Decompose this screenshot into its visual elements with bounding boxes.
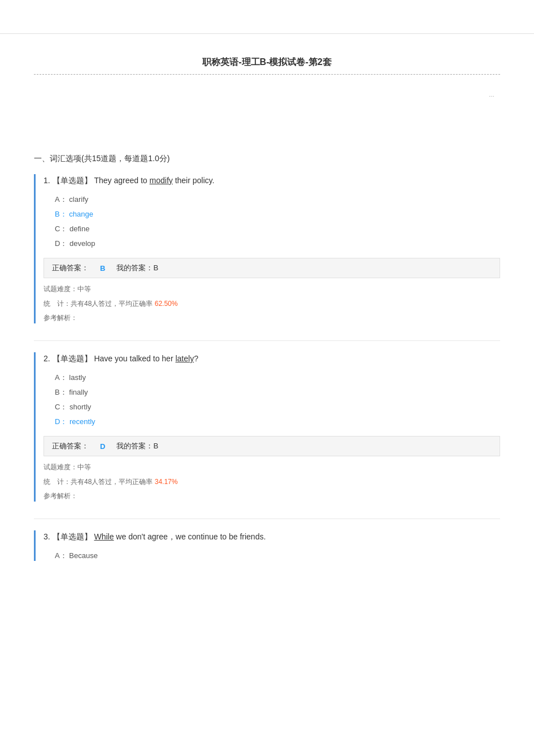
option-text-1-b: change bbox=[69, 210, 93, 218]
option-label-2-a: A： bbox=[55, 373, 67, 382]
option-text-1-c: define bbox=[70, 224, 89, 233]
option-2-b[interactable]: B： finally bbox=[55, 387, 500, 398]
page-container: 职称英语-理工B-模拟试卷-第2套 … 一、词汇选项(共15道题，每道题1.0分… bbox=[0, 0, 534, 756]
content-area: 职称英语-理工B-模拟试卷-第2套 … 一、词汇选项(共15道题，每道题1.0分… bbox=[0, 34, 534, 601]
my-answer-label-2: 我的答案：B bbox=[116, 441, 158, 451]
stat-row-2: 统 计：共有48人答过，平均正确率 34.17% bbox=[44, 477, 500, 487]
top-bar bbox=[0, 0, 534, 34]
option-1-b[interactable]: B： change bbox=[55, 209, 500, 219]
question-block-1: 1. 【单选题】 They agreed to modify their pol… bbox=[34, 174, 500, 323]
q-text-after-1: their policy. bbox=[173, 176, 215, 185]
option-label-1-c: C： bbox=[55, 224, 67, 233]
q-type-2: 【单选题】 bbox=[53, 354, 92, 363]
option-1-a[interactable]: A： clarify bbox=[55, 195, 500, 205]
options-list-3: A： Because bbox=[44, 551, 500, 561]
q-underlined-1: modify bbox=[150, 176, 173, 185]
answer-row-1: 正确答案：B 我的答案：B bbox=[44, 258, 500, 278]
stat-label-2: 统 计：共有48人答过，平均正确率 bbox=[44, 478, 153, 486]
option-text-2-b: finally bbox=[69, 388, 88, 396]
section-info-area: … bbox=[34, 92, 500, 137]
q-text-after-2: ? bbox=[194, 354, 198, 363]
option-text-1-d: develop bbox=[70, 239, 95, 248]
option-label-2-c: C： bbox=[55, 403, 67, 411]
option-2-d[interactable]: D： recently bbox=[55, 417, 500, 427]
q-text-before-2: Have you talked to her bbox=[94, 354, 175, 363]
q-underlined-2: lately bbox=[175, 354, 194, 363]
q-type-1: 【单选题】 bbox=[53, 176, 92, 185]
option-label-1-b: B： bbox=[55, 210, 67, 218]
q-text-before-1: They agreed to bbox=[94, 176, 149, 185]
option-label-2-b: B： bbox=[55, 388, 67, 396]
separator-1 bbox=[34, 340, 500, 341]
analysis-2: 参考解析： bbox=[44, 491, 500, 502]
section-dots: … bbox=[489, 92, 494, 98]
q-num-2: 2. bbox=[44, 354, 53, 363]
section-title: 一、词汇选项(共15道题，每道题1.0分) bbox=[34, 154, 500, 164]
option-text-1-a: clarify bbox=[69, 195, 88, 204]
option-label-1-d: D： bbox=[55, 239, 67, 248]
answer-row-2: 正确答案：D 我的答案：B bbox=[44, 436, 500, 456]
question-block-2: 2. 【单选题】 Have you talked to her lately? … bbox=[34, 352, 500, 502]
analysis-1: 参考解析： bbox=[44, 313, 500, 323]
title-separator bbox=[34, 74, 500, 75]
question-header-1: 1. 【单选题】 They agreed to modify their pol… bbox=[44, 174, 500, 187]
difficulty-2: 试题难度：中等 bbox=[44, 462, 500, 473]
option-text-2-a: lastly bbox=[69, 373, 86, 382]
correct-answer-label-1: 正确答案： bbox=[52, 263, 89, 273]
correct-answer-value-1: B bbox=[100, 264, 105, 273]
option-label-3-a: A： bbox=[55, 551, 67, 560]
difficulty-1: 试题难度：中等 bbox=[44, 284, 500, 295]
options-list-1: A： clarify B： change C： define D： develo… bbox=[44, 195, 500, 249]
option-text-2-c: shortly bbox=[70, 403, 91, 411]
option-text-3-a: Because bbox=[69, 551, 98, 560]
question-header-2: 2. 【单选题】 Have you talked to her lately? bbox=[44, 352, 500, 365]
q-num-1: 1. bbox=[44, 176, 53, 185]
option-2-a[interactable]: A： lastly bbox=[55, 373, 500, 383]
question-block-3: 3. 【单选题】 While we don't agree，we continu… bbox=[34, 530, 500, 561]
stat-row-1: 统 计：共有48人答过，平均正确率 62.50% bbox=[44, 299, 500, 309]
option-2-c[interactable]: C： shortly bbox=[55, 402, 500, 412]
separator-2 bbox=[34, 519, 500, 519]
q-text-after-3: we don't agree，we continue to be friends… bbox=[114, 532, 266, 541]
correct-answer-value-2: D bbox=[100, 442, 105, 451]
stat-percent-2: 34.17% bbox=[155, 478, 178, 486]
q-type-3: 【单选题】 bbox=[53, 532, 92, 541]
stat-label-1: 统 计：共有48人答过，平均正确率 bbox=[44, 300, 153, 308]
option-label-1-a: A： bbox=[55, 195, 67, 204]
q-underlined-3: While bbox=[94, 532, 114, 541]
correct-answer-label-2: 正确答案： bbox=[52, 441, 89, 451]
option-3-a[interactable]: A： Because bbox=[55, 551, 500, 561]
option-1-c[interactable]: C： define bbox=[55, 224, 500, 234]
q-num-3: 3. bbox=[44, 532, 53, 541]
option-label-2-d: D： bbox=[55, 417, 67, 426]
option-1-d[interactable]: D： develop bbox=[55, 239, 500, 249]
option-text-2-d: recently bbox=[70, 417, 95, 426]
question-header-3: 3. 【单选题】 While we don't agree，we continu… bbox=[44, 530, 500, 543]
my-answer-label-1: 我的答案：B bbox=[116, 263, 158, 273]
stat-percent-1: 62.50% bbox=[155, 300, 178, 308]
exam-title: 职称英语-理工B-模拟试卷-第2套 bbox=[34, 57, 500, 68]
options-list-2: A： lastly B： finally C： shortly D： recen… bbox=[44, 373, 500, 427]
